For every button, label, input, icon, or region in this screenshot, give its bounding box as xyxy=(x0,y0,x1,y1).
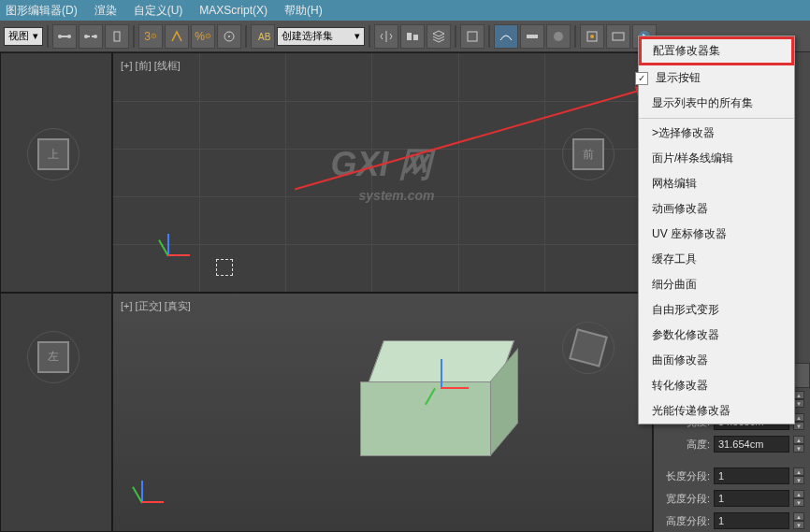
menu-configure-modifier-sets[interactable]: 配置修改器集 xyxy=(639,36,794,65)
menu-bar: 图形编辑器(D) 渲染 自定义(U) MAXScript(X) 帮助(H) xyxy=(0,0,810,21)
menu-maxscript[interactable]: MAXScript(X) xyxy=(199,4,268,17)
menu-customize[interactable]: 自定义(U) xyxy=(134,3,183,19)
gizmo-z-axis xyxy=(441,359,442,387)
menu-subdivision[interactable]: 细分曲面 xyxy=(639,272,794,297)
svg-rect-15 xyxy=(613,33,624,40)
spinner-up-icon[interactable]: ▲ xyxy=(793,490,804,498)
svg-point-3 xyxy=(94,35,97,38)
spinner-down-icon[interactable]: ▼ xyxy=(793,521,804,529)
menu-mesh-editing[interactable]: 网格编辑 xyxy=(639,171,794,196)
viewcube-left[interactable]: 左 xyxy=(37,341,69,373)
menu-show-all-sets[interactable]: 显示列表中的所有集 xyxy=(639,91,794,116)
menu-animation-modifiers[interactable]: 动画修改器 xyxy=(639,196,794,222)
tool-curve-editor-icon[interactable] xyxy=(494,24,518,49)
svg-point-0 xyxy=(58,35,62,38)
view-dropdown[interactable]: 视图▾ xyxy=(4,27,43,46)
tool-bind-icon[interactable] xyxy=(105,24,129,49)
menu-cache-tools[interactable]: 缓存工具 xyxy=(639,247,794,272)
menu-patch-spline[interactable]: 面片/样条线编辑 xyxy=(639,146,794,171)
tool-schematic-icon[interactable] xyxy=(520,24,544,49)
viewport-left[interactable]: 左 xyxy=(0,293,112,533)
svg-rect-10 xyxy=(468,32,477,41)
tool-named-selection-icon[interactable]: ABC xyxy=(251,24,275,49)
viewcube-front[interactable]: 前 xyxy=(572,138,604,170)
svg-point-6 xyxy=(228,36,230,37)
height-input[interactable]: 31.654cm xyxy=(714,436,789,453)
viewports-container: 上 [+] [前] [线框] 前 GXI 网 xyxy=(0,52,653,532)
menu-radiosity-modifiers[interactable]: 光能传递修改器 xyxy=(639,398,794,424)
width-segs-input[interactable]: 1 xyxy=(714,490,789,507)
box-primitive[interactable] xyxy=(356,340,506,462)
axis-gizmo-icon xyxy=(151,236,188,273)
menu-parametric-modifiers[interactable]: 参数化修改器 xyxy=(639,323,794,348)
menu-uv-modifiers[interactable]: UV 座标修改器 xyxy=(639,222,794,247)
param-row-height: 高度: 31.654cm ▲▼ xyxy=(654,433,810,455)
spinner-down-icon[interactable]: ▼ xyxy=(793,476,804,484)
param-label: 长度分段: xyxy=(659,469,710,483)
tool-spinner-snap-icon[interactable] xyxy=(217,24,241,49)
selection-marker xyxy=(216,259,233,276)
menu-render[interactable]: 渲染 xyxy=(94,3,117,19)
height-segs-input[interactable]: 1 xyxy=(714,512,789,529)
menu-show-buttons[interactable]: ✓ 显示按钮 xyxy=(639,65,794,91)
svg-point-12 xyxy=(554,32,563,41)
param-row-hsegs: 高度分段: 1 ▲▼ xyxy=(654,510,810,532)
viewport-top[interactable]: 上 xyxy=(0,52,112,293)
param-label: 高度分段: xyxy=(659,514,710,528)
svg-point-14 xyxy=(590,35,594,38)
viewport-perspective[interactable]: [+] [正交] [真实] xyxy=(112,293,653,533)
menu-graphics-editor[interactable]: 图形编辑器(D) xyxy=(6,3,78,19)
menu-freeform-deform[interactable]: 自由形式变形 xyxy=(639,297,794,323)
param-label: 宽度分段: xyxy=(659,492,710,506)
svg-rect-11 xyxy=(527,35,538,38)
svg-rect-9 xyxy=(413,35,418,40)
selection-set-dropdown[interactable]: 创建选择集▾ xyxy=(277,27,365,46)
spinner-down-icon[interactable]: ▼ xyxy=(793,444,804,453)
param-row-lsegs: 长度分段: 1 ▲▼ xyxy=(654,465,810,487)
viewport-persp-label[interactable]: [+] [正交] [真实] xyxy=(121,299,191,313)
svg-point-2 xyxy=(84,35,88,38)
checkmark-icon: ✓ xyxy=(635,72,648,85)
spinner-up-icon[interactable]: ▲ xyxy=(793,436,804,444)
tool-angle-snap-icon[interactable] xyxy=(165,24,189,49)
tool-render-setup-icon[interactable] xyxy=(580,24,604,49)
param-row-wsegs: 宽度分段: 1 ▲▼ xyxy=(654,487,810,510)
tool-snap-3-icon[interactable]: 3⊙ xyxy=(138,24,163,49)
spinner-up-icon[interactable]: ▲ xyxy=(793,512,804,521)
viewport-front[interactable]: [+] [前] [线框] 前 GXI 网 system.com xyxy=(112,52,653,293)
param-label: 高度: xyxy=(659,438,710,452)
svg-rect-8 xyxy=(407,33,412,40)
tool-layers-icon[interactable] xyxy=(427,24,451,49)
length-segs-input[interactable]: 1 xyxy=(714,467,789,484)
spinner-down-icon[interactable]: ▼ xyxy=(793,498,804,507)
tool-graphite-icon[interactable] xyxy=(460,24,485,49)
spinner-up-icon[interactable]: ▲ xyxy=(793,467,804,476)
svg-rect-4 xyxy=(114,32,120,41)
tool-mirror-icon[interactable] xyxy=(374,24,398,49)
gizmo-x-axis xyxy=(441,387,469,389)
tool-percent-snap-icon[interactable]: %⊙ xyxy=(191,24,215,49)
svg-text:ABC: ABC xyxy=(258,32,270,42)
modifier-context-menu: 配置修改器集 ✓ 显示按钮 显示列表中的所有集 >选择修改器 面片/样条线编辑 … xyxy=(638,36,795,424)
viewcube-top[interactable]: 上 xyxy=(37,138,69,170)
svg-point-1 xyxy=(67,35,71,38)
tool-render-frame-icon[interactable] xyxy=(606,24,630,49)
tool-material-icon[interactable] xyxy=(546,24,571,49)
tool-unlink-icon[interactable] xyxy=(79,24,103,49)
menu-help[interactable]: 帮助(H) xyxy=(284,3,323,19)
tool-align-icon[interactable] xyxy=(400,24,425,49)
menu-conversion-modifiers[interactable]: 转化修改器 xyxy=(639,373,794,398)
tool-link-icon[interactable] xyxy=(52,24,77,49)
menu-selection-modifiers[interactable]: >选择修改器 xyxy=(639,121,794,146)
axis-gizmo-persp-icon xyxy=(124,482,162,520)
menu-surface-modifiers[interactable]: 曲面修改器 xyxy=(639,348,794,373)
